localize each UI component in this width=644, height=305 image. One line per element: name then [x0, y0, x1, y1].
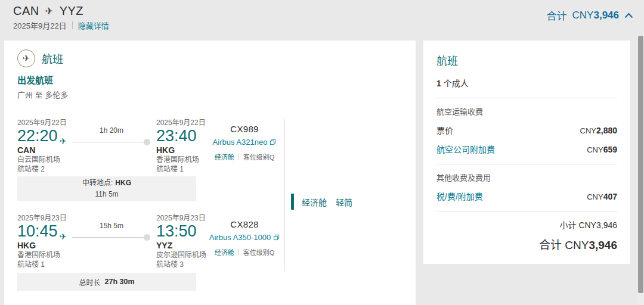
flight-info: CX828 Airbus A350-1000 经济舱 客位级别Q	[206, 219, 283, 257]
stopover-code: HKG	[115, 179, 131, 187]
fare-brand: 轻简	[336, 198, 352, 207]
divider	[436, 211, 617, 211]
header-total-label: 合计	[547, 8, 567, 23]
hide-details-link[interactable]: 隐藏详情	[78, 20, 109, 31]
divider	[72, 21, 73, 29]
departure-airport-name: 香港国际机场	[17, 250, 92, 260]
duration-label: 1h 20m	[73, 126, 150, 135]
price-summary-panel: 航班 1个成人 航空运输收费 票价 CNY2,880 航空公司附加费 CNY65…	[423, 41, 630, 264]
segment-duration: 1h 20m ✈	[60, 126, 150, 146]
header-total-value: CNY3,946	[572, 10, 619, 21]
cabin-class: 经济舱	[215, 152, 234, 161]
tax-value: CNY407	[587, 192, 617, 201]
tax-price-row: 税/费/附加费 CNY407	[436, 190, 617, 202]
amount: 407	[603, 192, 617, 201]
flight-section-title: 航班	[42, 51, 63, 66]
destination-code: YYZ	[60, 4, 83, 18]
segment-duration: 15h 5m ✈	[60, 222, 150, 241]
air-charges-label: 航空运输收费	[436, 105, 617, 117]
aircraft-link[interactable]: Airbus A321neo	[206, 138, 283, 147]
flight-path-dot	[144, 234, 150, 241]
total-row: 合计 CNY3,946	[436, 236, 617, 252]
subtotal-value: CNY3,946	[578, 220, 617, 230]
flight-path: ✈	[60, 234, 150, 241]
tax-fees-link[interactable]: 税/费/附加费	[436, 190, 483, 202]
stopover-box: 中转地点:HKG 11h 5m	[17, 176, 196, 201]
flight-circle-icon: ✈	[17, 49, 35, 67]
route-summary: 广州 至 多伦多	[17, 89, 68, 100]
flight-number: CX828	[206, 219, 283, 229]
cabin-class: 经济舱	[215, 247, 234, 257]
divider	[239, 249, 239, 256]
chevron-up-icon[interactable]	[624, 13, 633, 18]
arrival-terminal: 航站楼 1	[156, 164, 231, 174]
scrollbar-thumb[interactable]	[638, 36, 643, 293]
amount: 659	[603, 145, 617, 154]
amount: 3,946	[596, 220, 617, 230]
total-duration-box: 总时长 27h 30m	[17, 273, 196, 291]
flight-segment: 2025年9月23日 10:45 HKG 香港国际机场 航站楼 1 15h 5m…	[4, 212, 416, 269]
total-value: CNY3,946	[565, 239, 617, 251]
flight-segment: 2025年9月22日 22:20 CAN 白云国际机场 航站楼 2 1h 20m…	[4, 117, 416, 174]
aircraft-link[interactable]: Airbus A350-1000	[206, 233, 283, 242]
departure-date: 2025年9月23日	[17, 212, 92, 222]
fare-brand-text: 经济舱轻简	[302, 196, 352, 208]
total-duration-label: 总时长	[79, 277, 100, 287]
external-link-icon	[270, 139, 276, 145]
departure-flight-title: 出发航班	[17, 73, 53, 86]
plane-icon: ✈	[45, 5, 54, 17]
currency: CNY	[587, 145, 603, 154]
fare-price-row: 票价 CNY2,880	[436, 124, 617, 136]
flight-number: CX989	[206, 124, 283, 134]
total-duration-value: 27h 30m	[104, 278, 134, 286]
surcharge-link[interactable]: 航空公司附加费	[436, 143, 495, 155]
flight-section-header: ✈ 航班	[17, 49, 63, 67]
divider	[436, 164, 617, 164]
flight-path-dot	[144, 139, 150, 145]
flight-details-panel: ✈ 航班 出发航班 广州 至 多伦多 2025年9月22日 22:20 CAN …	[4, 41, 416, 305]
cabin-info: 经济舱 客位级别Q	[206, 152, 283, 161]
summary-title: 航班	[436, 52, 617, 68]
currency: CNY	[578, 220, 596, 230]
stopover-location: 中转地点:HKG	[82, 178, 131, 189]
stopover-label: 中转地点:	[82, 179, 113, 187]
header-total-amount: 3,946	[593, 10, 619, 21]
fare-brand-flag: 经济舱轻简	[291, 194, 352, 210]
departure-airport-code: HKG	[17, 241, 92, 250]
trip-date-row: 2025年9月22日 隐藏详情	[13, 20, 109, 31]
header-total-toggle[interactable]: 合计 CNY3,946	[547, 8, 633, 23]
plane-icon: ✈	[23, 53, 30, 64]
surcharge-value: CNY659	[587, 145, 617, 154]
arrival-terminal: 航站楼 3	[156, 260, 231, 269]
origin-code: CAN	[13, 4, 39, 18]
amount: 3,946	[589, 239, 617, 251]
currency: CNY	[580, 126, 596, 135]
surcharge-price-row: 航空公司附加费 CNY659	[436, 143, 617, 155]
subtotal-label: 小计	[560, 220, 577, 230]
departure-terminal: 航站楼 2	[17, 164, 92, 174]
departure-airport-name: 白云国际机场	[17, 155, 92, 164]
external-link-icon	[273, 234, 280, 241]
passenger-label: 个成人	[444, 79, 469, 88]
fare-cabin: 经济舱	[302, 198, 327, 207]
route-title: CAN ✈ YYZ	[13, 4, 83, 18]
flight-path-line	[72, 237, 146, 238]
amount: 2,880	[596, 126, 617, 135]
total-label: 合计	[539, 239, 562, 251]
header-total-currency: CNY	[572, 10, 594, 21]
cabin-info: 经济舱 客位级别Q	[206, 247, 283, 257]
flight-path: ✈	[60, 139, 150, 146]
departure-terminal: 航站楼 1	[17, 260, 92, 269]
departure-date: 2025年9月22日	[17, 117, 92, 127]
stopover-duration: 11h 5m	[95, 189, 118, 200]
aircraft-name: Airbus A350-1000	[209, 233, 271, 242]
departure-airport-code: CAN	[17, 145, 92, 155]
currency: CNY	[587, 192, 603, 201]
trip-date: 2025年9月22日	[13, 20, 67, 31]
plane-icon: ✈	[60, 232, 67, 241]
divider	[239, 154, 239, 160]
aircraft-name: Airbus A321neo	[213, 138, 268, 147]
flight-path-line	[72, 142, 146, 142]
scrollbar-track[interactable]	[637, 34, 644, 305]
vertical-divider	[284, 119, 285, 272]
